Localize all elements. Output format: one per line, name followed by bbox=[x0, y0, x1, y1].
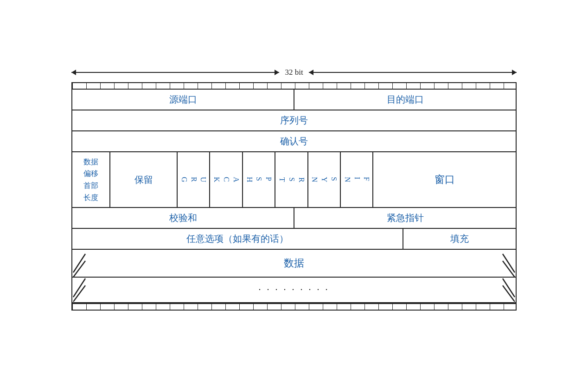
fin-flag: FIN bbox=[341, 152, 372, 207]
options-row: 任意选项（如果有的话） 填充 bbox=[72, 229, 516, 250]
urg-flag: URG bbox=[178, 152, 210, 207]
data-offset-cell: 数据 偏移 首部 长度 bbox=[72, 152, 110, 207]
packet-grid: 源端口 目的端口 序列号 确认号 数据 偏移 首部 长度 bbox=[71, 89, 517, 250]
dots-label: · · · · · · · · · bbox=[259, 285, 330, 295]
data-offset-label: 数据 偏移 首部 长度 bbox=[83, 156, 98, 203]
slash-right-dots bbox=[502, 276, 516, 304]
slash-left-dots bbox=[72, 276, 86, 304]
ports-row: 源端口 目的端口 bbox=[72, 90, 516, 110]
padding-label: 填充 bbox=[450, 233, 469, 245]
reserved-cell: 保留 bbox=[110, 152, 178, 207]
checksum-row: 校验和 紧急指针 bbox=[72, 208, 516, 229]
ack-num-label: 确认号 bbox=[280, 135, 308, 148]
top-tick-marks bbox=[72, 83, 516, 89]
seq-num-label: 序列号 bbox=[280, 114, 308, 127]
slash-left-data bbox=[72, 249, 86, 277]
flags-container: URG ACK PSH RST SYN FIN bbox=[178, 152, 373, 207]
reserved-label: 保留 bbox=[134, 174, 153, 186]
psh-flag: PSH bbox=[243, 152, 275, 207]
padding-cell: 填充 bbox=[403, 229, 516, 249]
source-port-cell: 源端口 bbox=[72, 90, 294, 110]
urgent-ptr-cell: 紧急指针 bbox=[294, 208, 516, 228]
data-row: 数据 bbox=[72, 250, 516, 278]
bit-label-row: 32 bit bbox=[71, 65, 517, 79]
bit-arrow: 32 bit bbox=[71, 68, 517, 77]
seq-num-cell: 序列号 bbox=[72, 110, 516, 130]
bottom-rows: 数据 · · · · · · · · · bbox=[71, 250, 517, 311]
slash-right-data bbox=[502, 249, 516, 277]
bottom-tick-marks bbox=[72, 303, 516, 310]
checksum-cell: 校验和 bbox=[72, 208, 294, 228]
top-tick-container bbox=[71, 82, 517, 89]
seq-row: 序列号 bbox=[72, 110, 516, 131]
arrow-line-right bbox=[309, 72, 517, 73]
window-label: 窗口 bbox=[435, 173, 455, 187]
ack-num-cell: 确认号 bbox=[72, 131, 516, 151]
dest-port-label: 目的端口 bbox=[387, 93, 424, 106]
source-port-label: 源端口 bbox=[169, 93, 197, 106]
dest-port-cell: 目的端口 bbox=[294, 90, 516, 110]
urgent-ptr-label: 紧急指针 bbox=[387, 212, 424, 224]
data-label: 数据 bbox=[284, 256, 304, 270]
checksum-label: 校验和 bbox=[169, 212, 197, 224]
options-label: 任意选项（如果有的话） bbox=[186, 233, 288, 245]
dots-row: · · · · · · · · · bbox=[72, 278, 516, 303]
dots-content: · · · · · · · · · bbox=[86, 285, 502, 295]
data-content: 数据 bbox=[86, 256, 502, 270]
rst-flag: RST bbox=[275, 152, 308, 207]
window-cell: 窗口 bbox=[373, 152, 516, 207]
tcp-header-diagram: 32 bit 源端口 目的端口 序列号 确认号 bbox=[71, 65, 517, 311]
ack-flag: ACK bbox=[210, 152, 243, 207]
arrow-line-left bbox=[71, 72, 279, 73]
options-cell: 任意选项（如果有的话） bbox=[72, 229, 403, 249]
flags-row: 数据 偏移 首部 长度 保留 URG ACK PSH RST SYN FIN 窗… bbox=[72, 152, 516, 208]
syn-flag: SYN bbox=[308, 152, 341, 207]
ack-row: 确认号 bbox=[72, 131, 516, 152]
bit-label: 32 bit bbox=[279, 68, 308, 77]
